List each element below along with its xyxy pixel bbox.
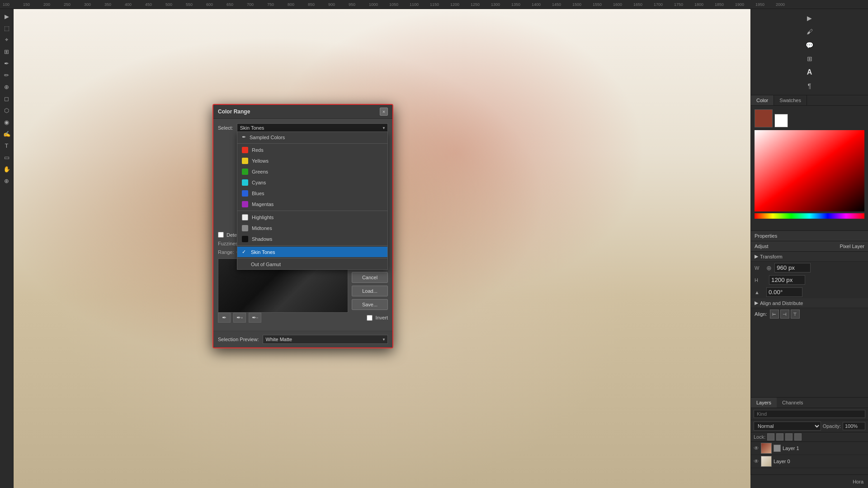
selection-preview-dropdown[interactable]: White Matte — [263, 335, 388, 344]
selection-preview-dropdown-wrapper[interactable]: White Matte — [263, 335, 388, 344]
save-button[interactable]: Save... — [352, 299, 388, 310]
dropdown-item-sampled-colors[interactable]: ✒ Sampled Colors — [237, 132, 387, 142]
align-right-button[interactable]: ⊤ — [791, 310, 800, 319]
detect-faces-checkbox[interactable] — [218, 232, 224, 238]
eyedropper-add-button[interactable]: ✒+ — [233, 313, 246, 323]
dropdown-item-out-of-gamut[interactable]: Out of Gamut — [237, 259, 387, 269]
status-bar: Hora — [750, 474, 868, 488]
dropdown-item-skin-tones[interactable]: ✓ Skin Tones — [237, 247, 387, 257]
eyedropper-button[interactable]: ✒ — [218, 313, 231, 323]
properties-header: Properties — [751, 231, 868, 241]
brush-icon[interactable]: 🖌 — [804, 26, 815, 37]
layer-search-input[interactable] — [754, 410, 865, 418]
close-button[interactable]: × — [380, 108, 388, 116]
lock-all-icon[interactable] — [794, 433, 802, 441]
layer-item-0[interactable]: 👁 Layer 0 — [751, 455, 868, 468]
properties-title: Properties — [755, 233, 777, 239]
lock-art-icon[interactable] — [785, 433, 793, 441]
play-icon[interactable]: ▶ — [804, 13, 815, 23]
align-section[interactable]: ▶ Align and Distribute — [751, 298, 868, 308]
opacity-field[interactable] — [843, 422, 865, 430]
brush-tool-icon[interactable]: ✏ — [1, 70, 12, 80]
dropdown-item-cyans[interactable]: Cyans — [237, 177, 387, 188]
dropdown-item-reds[interactable]: Reds — [237, 145, 387, 155]
zoom-tool-icon[interactable]: ⊕ — [1, 175, 12, 186]
eyedropper-tool-icon[interactable]: ✒ — [1, 58, 12, 69]
layer1-name: Layer 1 — [783, 446, 865, 451]
adjust-icon[interactable]: ⊞ — [804, 53, 815, 64]
width-label: W — [755, 265, 764, 271]
foreground-color-swatch[interactable] — [755, 109, 773, 127]
align-left-button[interactable]: ⊢ — [770, 310, 779, 319]
ruler-numbers: 100 150 200 250 300 350 400 450 500 550 … — [2, 2, 795, 7]
layers-tab[interactable]: Layers — [751, 398, 777, 408]
lock-label: Lock: — [754, 434, 765, 440]
color-gradient-picker[interactable] — [755, 130, 864, 211]
dropdown-item-highlights[interactable]: Highlights — [237, 212, 387, 223]
align-sub-row: Align: ⊢ ⊣ ⊤ — [751, 308, 868, 320]
layer0-visibility-icon[interactable]: 👁 — [754, 458, 759, 465]
select-dropdown[interactable]: Skin Tones — [237, 123, 388, 132]
select-dropdown-wrapper[interactable]: Skin Tones — [237, 123, 388, 132]
clone-tool-icon[interactable]: ⊕ — [1, 81, 12, 92]
load-button[interactable]: Load... — [352, 286, 388, 296]
dropdown-item-shadows[interactable]: Shadows — [237, 234, 387, 244]
dropdown-item-yellows[interactable]: Yellows — [237, 155, 387, 166]
dropdown-blues-label: Blues — [252, 191, 264, 196]
layer1-visibility-icon[interactable]: 👁 — [754, 445, 759, 451]
lasso-tool-icon[interactable]: ⌖ — [1, 34, 12, 45]
angle-field[interactable] — [766, 287, 802, 297]
crop-tool-icon[interactable]: ⊞ — [1, 46, 12, 57]
select-value: Skin Tones — [240, 125, 264, 131]
yellows-color-dot — [242, 158, 248, 164]
paragraph-icon[interactable]: ¶ — [804, 80, 815, 91]
transform-section[interactable]: ▶ Transform — [751, 252, 868, 262]
cancel-button[interactable]: Cancel — [352, 272, 388, 283]
ruler-num: 600 — [205, 2, 226, 7]
background-color-swatch[interactable] — [774, 114, 788, 127]
select-tool-icon[interactable]: ⬚ — [1, 23, 12, 33]
canvas-area: Color Range × Select: Skin Tones ✒ — [14, 9, 750, 488]
dropdown-separator-2 — [237, 211, 387, 211]
align-chevron-icon: ▶ — [755, 300, 758, 306]
dropdown-item-magentas[interactable]: Magentas — [237, 199, 387, 210]
color-spectrum-bar[interactable] — [755, 213, 864, 219]
ruler-num: 1800 — [693, 2, 714, 7]
height-field[interactable] — [769, 275, 805, 285]
ruler-num: 1300 — [490, 2, 510, 7]
color-tab[interactable]: Color — [751, 95, 774, 105]
lock-pixel-icon[interactable] — [776, 433, 783, 441]
shape-tool-icon[interactable]: ▭ — [1, 152, 12, 163]
hand-tool-icon[interactable]: ✋ — [1, 164, 12, 174]
paint-bucket-icon[interactable]: ⬡ — [1, 105, 12, 116]
move-tool-icon[interactable]: ▶ — [1, 11, 12, 22]
invert-checkbox[interactable] — [367, 315, 373, 321]
dropdown-midtones-label: Midtones — [252, 225, 272, 231]
align-center-button[interactable]: ⊣ — [780, 310, 789, 319]
dropdown-item-midtones[interactable]: Midtones — [237, 223, 387, 234]
ruler-num: 150 — [22, 2, 42, 7]
dropdown-item-greens[interactable]: Greens — [237, 166, 387, 177]
width-field[interactable] — [774, 263, 811, 272]
layer-item-1[interactable]: 👁 Layer 1 — [751, 442, 868, 455]
eraser-tool-icon[interactable]: ◻ — [1, 93, 12, 104]
channels-tab[interactable]: Channels — [777, 398, 808, 408]
swatches-tab[interactable]: Swatches — [774, 95, 807, 105]
dialog-titlebar: Color Range × — [213, 105, 392, 119]
color-panel-tabs: Color Swatches — [751, 95, 868, 106]
eyedropper-subtract-button[interactable]: ✒− — [249, 313, 261, 323]
blur-tool-icon[interactable]: ◉ — [1, 117, 12, 127]
comment-icon[interactable]: 💬 — [804, 40, 815, 51]
lock-row: Lock: — [751, 432, 868, 442]
lock-position-icon[interactable] — [767, 433, 774, 441]
ruler-num: 800 — [287, 2, 307, 7]
dropdown-item-blues[interactable]: Blues — [237, 188, 387, 199]
pen-tool-icon[interactable]: ✍ — [1, 128, 12, 139]
selection-preview-value: White Matte — [266, 337, 292, 342]
select-row: Select: Skin Tones ✒ Sampled Colors — [218, 123, 388, 132]
blend-mode-select[interactable]: Normal — [754, 422, 821, 431]
ruler-num: 1000 — [368, 2, 388, 7]
text-large-icon[interactable]: A — [804, 67, 815, 78]
text-tool-icon[interactable]: T — [1, 140, 12, 151]
midtones-color-dot — [242, 225, 248, 231]
